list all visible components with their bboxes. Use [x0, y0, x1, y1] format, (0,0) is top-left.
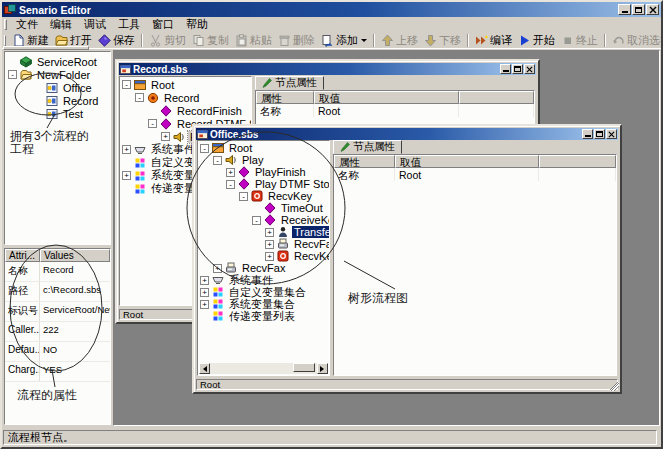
dock-panel-handle[interactable]: [3, 46, 89, 50]
menu-grip[interactable]: [4, 19, 7, 30]
fax-node-icon: [277, 238, 289, 250]
expander[interactable]: +: [200, 288, 209, 297]
resize-grip[interactable]: [610, 382, 619, 391]
tree-node-office[interactable]: Office: [5, 81, 110, 94]
tree-node-label: RecvKey: [266, 190, 314, 202]
move-down-button[interactable]: 下移: [421, 32, 464, 48]
attr-column-header[interactable]: 属性: [334, 155, 395, 168]
menu-help[interactable]: 帮助: [180, 18, 214, 31]
tab-node-properties[interactable]: 节点属性: [255, 76, 324, 90]
tree-node-serviceroot[interactable]: ServiceRoot: [5, 55, 110, 68]
tab-node-properties[interactable]: 节点属性: [333, 140, 402, 154]
event-diamond-icon: [160, 118, 172, 130]
copy-button[interactable]: 复制: [189, 32, 232, 48]
stop-button[interactable]: 终止: [558, 32, 601, 48]
table-row[interactable]: 名称 Root: [256, 104, 534, 117]
tree-node-record[interactable]: -Record: [120, 91, 251, 104]
cancel-selection-button[interactable]: 取消选择: [609, 32, 663, 48]
tree-node-recordfinish[interactable]: RecordFinish: [120, 104, 251, 117]
expander[interactable]: +: [265, 240, 274, 249]
tree-node-recvkey[interactable]: -RecvKey: [198, 190, 329, 202]
tree-node-label: RecordFinish: [175, 105, 244, 117]
attr-column-header[interactable]: Attri...: [5, 249, 40, 262]
expander[interactable]: +: [265, 228, 274, 237]
table-row[interactable]: 名称 Root: [334, 168, 616, 181]
expander[interactable]: +: [213, 264, 222, 273]
minimize-button[interactable]: [582, 129, 593, 139]
menu-debug[interactable]: 调试: [78, 18, 112, 31]
compile-button[interactable]: 编译: [472, 32, 515, 48]
menu-window[interactable]: 窗口: [146, 18, 180, 31]
property-row[interactable]: Defau...NO: [5, 342, 110, 362]
restore-button[interactable]: [632, 4, 645, 15]
expander[interactable]: -: [239, 192, 248, 201]
value-column-header[interactable]: 取值: [314, 91, 459, 104]
tree-node-receivekey-co[interactable]: -ReceiveKey Co: [198, 214, 329, 226]
property-row[interactable]: Caller...222: [5, 322, 110, 342]
tree-node-play[interactable]: -Play: [198, 154, 329, 166]
expander[interactable]: -: [213, 156, 222, 165]
expander[interactable]: -: [8, 70, 17, 79]
property-row[interactable]: 名称Record: [5, 262, 110, 282]
record-window-titlebar[interactable]: Record.sbs: [119, 63, 536, 75]
expander[interactable]: +: [200, 276, 209, 285]
close-button[interactable]: [524, 64, 535, 74]
toolbar-grip[interactable]: [4, 35, 6, 46]
save-button[interactable]: 保存: [95, 32, 138, 48]
property-row[interactable]: 路径c:\Record.sbs: [5, 282, 110, 302]
title-bar[interactable]: Senario Editor: [2, 2, 661, 17]
expander[interactable]: -: [200, 144, 209, 153]
menu-tools[interactable]: 工具: [112, 18, 146, 31]
expander[interactable]: +: [200, 300, 209, 309]
paste-button[interactable]: 粘贴: [232, 32, 275, 48]
expander[interactable]: +: [122, 145, 131, 154]
expander[interactable]: -: [226, 180, 235, 189]
menu-file[interactable]: 文件: [10, 18, 44, 31]
value-column-header[interactable]: 取值: [395, 155, 539, 168]
expander[interactable]: -: [252, 216, 261, 225]
delete-button[interactable]: 删除: [275, 32, 318, 48]
tree-node-play-dtmf-stop[interactable]: -Play DTMF Stop: [198, 178, 329, 190]
tree-node-timeout[interactable]: TimeOut: [198, 202, 329, 214]
tree-node-transfer[interactable]: +Transfer: [198, 226, 329, 238]
tree-node-root[interactable]: -Root: [120, 78, 251, 91]
property-row[interactable]: Charg...YES: [5, 362, 110, 382]
close-button[interactable]: [646, 4, 659, 15]
expander[interactable]: -: [135, 93, 144, 102]
expander[interactable]: -: [122, 80, 131, 89]
attr-column-header[interactable]: 属性: [256, 91, 314, 104]
expander[interactable]: -: [148, 119, 157, 128]
minimize-button[interactable]: [500, 64, 511, 74]
add-button[interactable]: 添加: [318, 32, 370, 48]
horizontal-scrollbar[interactable]: [199, 363, 328, 374]
scroll-left-button[interactable]: [199, 363, 210, 374]
tree-node-recvkey2[interactable]: +RecvKey: [198, 250, 329, 262]
menu-edit[interactable]: 编辑: [44, 18, 78, 31]
maximize-button[interactable]: [594, 129, 605, 139]
tree-node-record[interactable]: Record: [5, 94, 110, 107]
tree-node-root[interactable]: -Root: [198, 142, 329, 154]
scroll-right-button[interactable]: [317, 363, 328, 374]
scrollbar-track[interactable]: [210, 363, 317, 374]
tree-node-playfinish[interactable]: +PlayFinish: [198, 166, 329, 178]
expander[interactable]: +: [161, 132, 170, 141]
expander[interactable]: +: [265, 252, 274, 261]
expander[interactable]: +: [122, 171, 131, 180]
property-row[interactable]: 标识号ServiceRoot/New...: [5, 302, 110, 322]
minimize-button[interactable]: [618, 4, 631, 15]
flow-doc-icon: [46, 82, 58, 94]
cut-button[interactable]: 剪切: [146, 32, 189, 48]
move-up-button[interactable]: 上移: [378, 32, 421, 48]
tree-node-recvfax[interactable]: +RecvFax: [198, 238, 329, 250]
values-column-header[interactable]: Values: [40, 249, 110, 262]
add-dropdown-caret[interactable]: [361, 39, 367, 45]
office-window[interactable]: Office.sbs -Root -Play +PlayFinish -Play…: [192, 124, 622, 394]
start-button[interactable]: 开始: [515, 32, 558, 48]
close-button[interactable]: [606, 129, 617, 139]
tree-node-newfolder[interactable]: -NewFolder: [5, 68, 110, 81]
expander[interactable]: +: [226, 168, 235, 177]
tree-node-test[interactable]: Test: [5, 107, 110, 120]
tree-node-passed-vars[interactable]: 传递变量列表: [198, 310, 329, 322]
maximize-button[interactable]: [512, 64, 523, 74]
scrollbar-thumb[interactable]: [293, 363, 315, 372]
